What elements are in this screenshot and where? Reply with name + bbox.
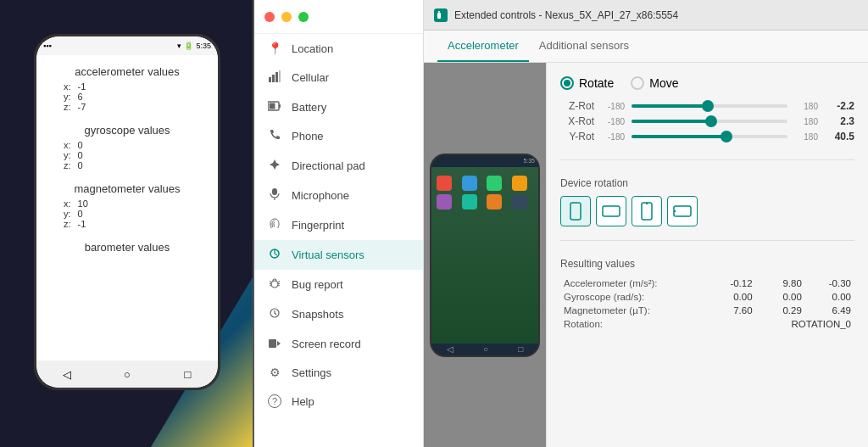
sidebar-label-bug-report: Bug report [292,278,343,291]
svg-rect-11 [273,163,276,166]
minimize-button[interactable] [281,12,292,22]
svg-rect-31 [674,206,691,216]
close-button[interactable] [264,12,275,22]
table-row: Gyroscope (rad/s): 0.00 0.00 0.00 [560,290,854,304]
tab-accelerometer[interactable]: Accelerometer [437,31,529,62]
y-rot-track[interactable] [632,135,787,138]
settings-icon: ⚙ [268,366,281,379]
tab-additional-sensors[interactable]: Additional sensors [529,31,639,62]
sidebar-item-cellular[interactable]: Cellular [254,63,423,92]
recents-button[interactable]: □ [179,366,196,383]
magnetometer-values: x: 10 y: 0 z: -1 [47,198,208,229]
sidebar-item-phone[interactable]: Phone [254,121,423,151]
rotate-option[interactable]: Rotate [560,76,614,90]
rotation-result-v1: ROTATION_0 [706,317,854,331]
gyro-z-val: 0 [78,160,83,170]
sidebar-item-microphone[interactable]: Microphone [254,181,423,210]
svg-marker-10 [276,163,280,166]
z-rot-track[interactable] [632,104,787,108]
rot-landscape-button[interactable] [596,196,626,226]
svg-rect-25 [437,13,441,19]
z-rot-label: Z-Rot [560,100,594,112]
gyro-x-val: 0 [78,140,83,150]
y-rot-max: 180 [794,132,818,142]
y-rot-row: Y-Rot -180 180 40.5 [560,131,854,142]
barometer-section: barometer values [47,241,208,254]
svg-rect-2 [275,72,278,82]
snapshots-icon [268,307,281,321]
phone-status-bar: ▪▪▪ ▾ 🔋 5:35 [36,36,218,55]
device-rotation-section: Device rotation [560,177,854,226]
sidebar-item-location[interactable]: 📍 Location [254,34,423,63]
z-rot-fill [632,104,708,108]
mag-x-label: x: [64,198,71,209]
sliders-container: Z-Rot -180 180 -2.2 X-Rot - [560,100,854,146]
sidebar-label-virtual-sensors: Virtual sensors [292,249,364,261]
z-rot-thumb[interactable] [702,100,714,112]
rotate-radio[interactable] [560,76,574,90]
x-rot-track[interactable] [632,120,787,123]
rot-landscape-rev-button[interactable] [667,196,698,226]
sidebar-item-battery[interactable]: Battery [254,92,423,121]
sidebar-item-screen-record[interactable]: Screen record [254,329,423,358]
wifi-icon: ▾ [177,42,181,50]
emulator-window: 📍 Location Cellular Battery [254,0,868,447]
svg-rect-6 [270,103,275,109]
sidebar-item-snapshots[interactable]: Snapshots [254,299,423,329]
rot-portrait-rev-button[interactable] [632,196,662,226]
svg-rect-27 [570,203,581,220]
maximize-button[interactable] [298,12,309,22]
gyroscope-section: gyroscope values x: 0 y: 0 z: 0 [47,124,208,170]
mag-y-label: y: [64,209,71,219]
accel-z-val: -7 [78,102,86,112]
back-button[interactable]: ◁ [58,366,75,383]
device-rotation-title: Device rotation [560,177,854,189]
move-option[interactable]: Move [631,76,678,90]
virtual-sensors-icon [268,248,281,262]
svg-rect-12 [272,188,277,195]
accel-y-val: 6 [78,92,83,102]
sidebar-item-directional[interactable]: Directional pad [254,151,423,181]
resulting-values-section: Resulting values Accelerometer (m/s²): -… [560,258,854,331]
accel-z-label: z: [64,102,71,112]
mag-result-v2: 0.29 [756,304,805,317]
preview-screen-content: 5:35 [431,155,538,355]
svg-rect-5 [279,104,281,108]
accel-result-v2: 9.80 [756,277,805,290]
bug-report-icon [268,277,281,292]
sidebar-label-phone: Phone [292,130,324,142]
x-rot-max: 180 [794,117,818,126]
accelerometer-values: x: -1 y: 6 z: -7 [47,81,208,112]
move-radio[interactable] [631,76,644,90]
x-rot-thumb[interactable] [705,115,717,127]
cellular-icon [268,70,281,85]
magnetometer-section: magnetometer values x: 10 y: 0 z: -1 [47,182,208,229]
sidebar-item-help[interactable]: ? Help [254,387,423,416]
mag-y-val: 0 [78,209,83,219]
accelerometer-section: accelerometer values x: -1 y: 6 z: -7 [47,65,208,112]
gyro-x: x: 0 [64,140,208,150]
accel-z: z: -7 [64,102,208,112]
gyro-y: y: 0 [64,150,208,160]
status-right: ▾ 🔋 5:35 [177,42,211,50]
table-row: Magnetometer (µT): 7.60 0.29 6.49 [560,304,854,317]
mag-result-label: Magnetometer (µT): [560,304,706,317]
svg-rect-3 [279,70,281,82]
accel-x: x: -1 [64,81,208,92]
sidebar-item-bug-report[interactable]: Bug report [254,270,423,299]
gyro-y-val: 0 [78,150,83,160]
fingerprint-icon [268,218,281,232]
rot-portrait-button[interactable] [560,196,591,226]
sidebar-item-fingerprint[interactable]: Fingerprint [254,210,423,240]
sidebar-item-virtual-sensors[interactable]: Virtual sensors [254,240,423,270]
home-button[interactable]: ○ [119,366,136,383]
svg-rect-28 [603,206,620,216]
y-rot-thumb[interactable] [721,131,732,142]
values-table: Accelerometer (m/s²): -0.12 9.80 -0.30 G… [560,277,854,331]
gyro-result-v3: 0.00 [805,290,854,304]
svg-marker-24 [277,341,281,346]
mag-x-val: 10 [78,198,88,209]
sidebar-item-settings[interactable]: ⚙ Settings [254,358,423,387]
svg-line-19 [278,285,280,286]
gyro-z-label: z: [64,160,71,170]
